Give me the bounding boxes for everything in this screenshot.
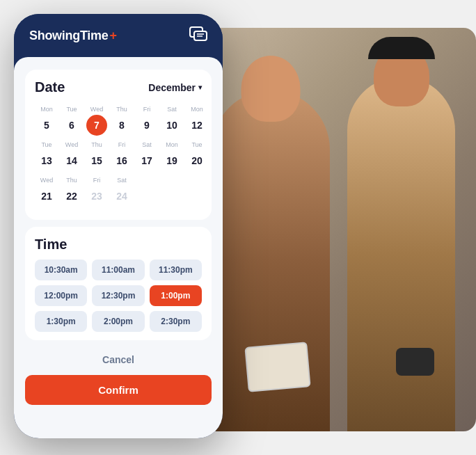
calendar-day[interactable]: Fri 23 [85,175,109,209]
calendar-day[interactable]: Tue 20 [185,139,209,173]
calendar-day[interactable]: Fri 16 [110,139,134,173]
time-slot[interactable]: 12:30pm [92,285,144,306]
phone-device: ShowingTime+ Date December ▾ [14,14,223,438]
date-title: Date [35,79,65,95]
chat-icon[interactable] [189,26,207,45]
date-header: Date December ▾ [35,79,202,95]
month-selector[interactable]: December ▾ [148,82,202,93]
calendar-day[interactable]: Tue 6 [60,104,84,138]
phone-content: Date December ▾ Mon 5 Tue 6 [14,57,223,438]
action-area: Cancel Confirm [25,347,212,409]
calendar-day[interactable]: Thu 22 [60,175,84,209]
month-label: December [148,82,196,93]
confirm-button[interactable]: Confirm [25,375,212,405]
brand-plus: + [109,29,117,43]
calendar-day[interactable]: Mon 19 [160,139,184,173]
calendar-day[interactable]: Sat 17 [135,139,159,173]
brand-logo: ShowingTime+ [29,29,117,43]
calendar-day[interactable]: Sat 24 [110,175,134,209]
calendar-day[interactable]: Thu 8 [110,104,134,138]
time-slot[interactable]: 12:00pm [35,285,87,306]
time-slot[interactable]: 1:30pm [35,311,87,332]
calendar-day[interactable]: Thu 15 [85,139,109,173]
calendar-day[interactable]: Wed 14 [60,139,84,173]
scene: ShowingTime+ Date December ▾ [0,0,476,455]
cancel-button[interactable]: Cancel [25,347,212,372]
time-slot[interactable]: 10:30am [35,260,87,280]
calendar-day[interactable]: Fri 9 [135,104,159,138]
time-slot[interactable]: 11:00am [92,260,144,280]
time-grid: 10:30am 11:00am 11:30pm 12:00pm 12:30pm … [35,260,202,332]
time-slot[interactable]: 11:30pm [150,260,202,280]
time-slot[interactable]: 2:00pm [92,311,144,332]
phone-topbar: ShowingTime+ [14,14,223,57]
time-slot-selected[interactable]: 1:00pm [150,285,202,306]
calendar-day[interactable]: Wed 21 [35,175,58,209]
calendar-day[interactable]: Mon 5 [35,104,58,138]
calendar-day-selected[interactable]: Wed 7 [85,104,109,138]
time-slot[interactable]: 2:30pm [150,311,202,332]
calendar-day[interactable]: Sat 10 [160,104,184,138]
calendar-day[interactable]: Tue 13 [35,139,58,173]
calendar-day[interactable]: Mon 12 [185,104,209,138]
date-section: Date December ▾ Mon 5 Tue 6 [25,70,212,220]
brand-name: ShowingTime [29,29,108,43]
chevron-down-icon: ▾ [198,83,202,91]
time-title: Time [35,237,67,252]
calendar-grid: Mon 5 Tue 6 Wed 7 Thu 8 [35,104,202,209]
time-section: Time 10:30am 11:00am 11:30pm 12:00pm 12:… [25,227,212,340]
